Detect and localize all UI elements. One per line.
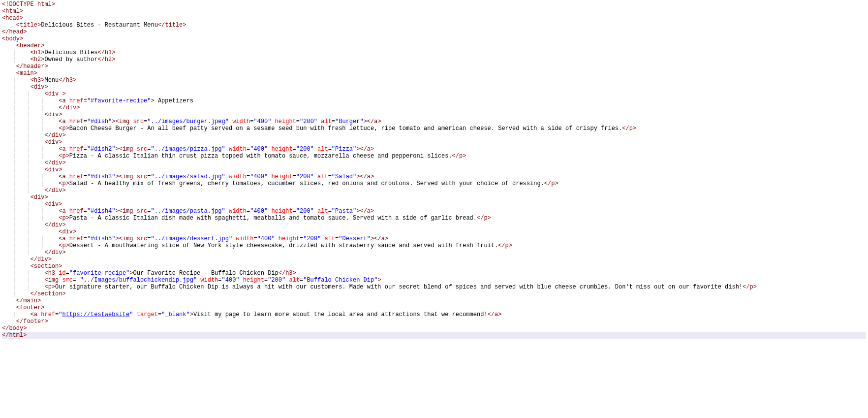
code-line[interactable]: | </div> (2, 256, 866, 263)
code-line[interactable]: | | </div> (2, 222, 866, 228)
code-line[interactable]: <!DOCTYPE html> (2, 1, 866, 8)
code-line[interactable]: | | | <p>Pizza - A classic Italian thin … (2, 153, 866, 160)
code-line[interactable]: | <div> (2, 84, 866, 91)
code-line[interactable]: </html> (2, 332, 866, 339)
code-line[interactable]: | <a href="https://testwebsite" target="… (2, 311, 866, 318)
code-line[interactable]: | <h1>Delicious Bites</h1> (2, 49, 866, 56)
code-line[interactable]: | | | <p>Dessert - A mouthwatering slice… (2, 242, 866, 249)
code-line[interactable]: | | | <a href="#dish"><img src="../image… (2, 118, 866, 125)
code-line[interactable]: | | <h3 id="favorite-recipe">Our Favorit… (2, 270, 866, 277)
code-line[interactable]: | | | <a href="#dish3"><img src="../imag… (2, 173, 866, 180)
code-line[interactable]: | | </div> (2, 160, 866, 166)
code-line[interactable]: <footer> (2, 304, 866, 311)
code-line[interactable]: | </section> (2, 290, 866, 297)
code-line[interactable]: <title>Delicious Bites - Restaurant Menu… (2, 22, 866, 29)
code-line[interactable]: <header> (2, 42, 866, 49)
code-line[interactable]: | | <div> (2, 111, 866, 118)
code-line[interactable]: </header> (2, 63, 866, 70)
code-line[interactable]: | <h2>Owned by author</h2> (2, 56, 866, 63)
code-line[interactable]: </body> (2, 325, 866, 332)
code-line[interactable]: | | | <a href="#dish5"><img src="../imag… (2, 235, 866, 242)
code-line[interactable]: <head> (2, 15, 866, 22)
code-line[interactable]: <html> (2, 8, 866, 15)
code-line[interactable]: | | </div> (2, 187, 866, 194)
code-line[interactable]: | | <img src= "../Images/buffalochickend… (2, 277, 866, 284)
code-line[interactable]: | | </div> (2, 249, 866, 256)
code-line[interactable]: | | | <p>Pasta - A classic Italian dish … (2, 215, 866, 222)
code-line[interactable]: | <h3>Menu</h3> (2, 77, 866, 84)
code-line[interactable]: | | <p>Our signature starter, our Buffal… (2, 284, 866, 290)
code-line[interactable]: | | | </div> (2, 104, 866, 111)
code-line[interactable]: </footer> (2, 318, 866, 325)
code-line[interactable]: <main> (2, 70, 866, 77)
code-line[interactable]: | | | <a href="#dish2"><img src="../imag… (2, 146, 866, 153)
code-line[interactable]: | | <div > (2, 91, 866, 97)
code-line[interactable]: | | <div> (2, 139, 866, 146)
code-line[interactable]: | | | <p>Salad - A healthy mix of fresh … (2, 180, 866, 187)
code-line[interactable]: | | <div> (2, 228, 866, 235)
code-editor[interactable]: <!DOCTYPE html><html><head> <title>Delic… (0, 0, 868, 340)
code-line[interactable]: | | <div> (2, 166, 866, 173)
code-line[interactable]: </head> (2, 29, 866, 35)
code-line[interactable]: | <section> (2, 263, 866, 270)
code-line[interactable]: | | <div> (2, 201, 866, 208)
code-line[interactable]: | <div> (2, 194, 866, 201)
code-line[interactable]: </main> (2, 297, 866, 304)
code-line[interactable]: | | </div> (2, 132, 866, 139)
code-line[interactable]: <body> (2, 35, 866, 42)
code-line[interactable]: | | | <a href="#dish4"><img src="../imag… (2, 208, 866, 215)
code-line[interactable]: | | | <a href="#favorite-recipe"> Appeti… (2, 97, 866, 104)
code-line[interactable]: | | | <p>Bacon Cheese Burger - An all be… (2, 125, 866, 132)
